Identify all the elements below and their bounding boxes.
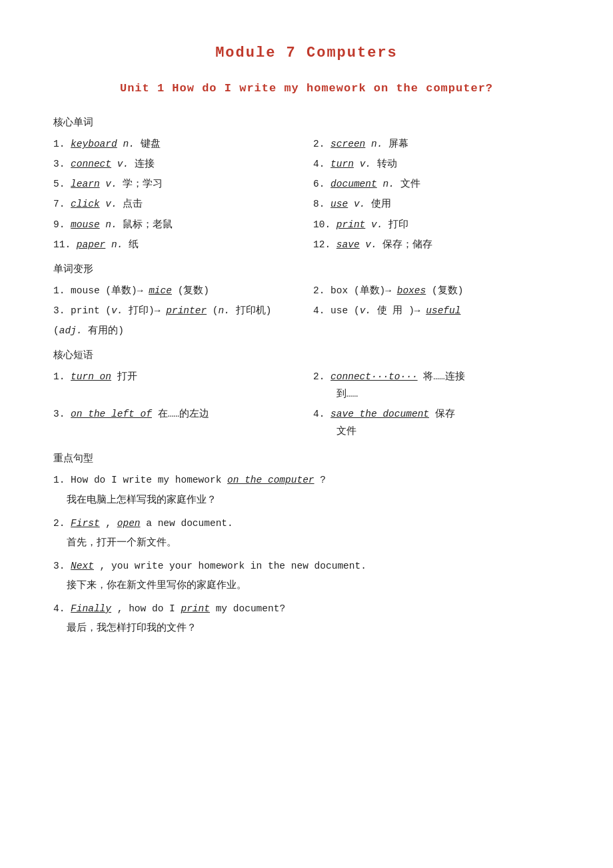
morph-item-2: 2. box (单数)→ boxes (复数) <box>313 282 560 299</box>
phrase-heading: 核心短语 <box>53 346 560 364</box>
phrase-item-4: 4. save the document 保存 文件 <box>313 405 560 440</box>
sentence-item-1: 1. How do I write my homework on the com… <box>53 471 560 489</box>
morph-item-1: 1. mouse (单数)→ mice (复数) <box>53 282 300 299</box>
vocab-item-8: 8. use v. 使用 <box>313 195 560 213</box>
vocab-item-11: 11. paper n. 纸 <box>53 236 300 253</box>
vocab-item-4: 4. turn v. 转动 <box>313 155 560 173</box>
vocab-item-6: 6. document n. 文件 <box>313 175 560 193</box>
vocab-item-3: 3. connect v. 连接 <box>53 155 300 173</box>
sentence-cn-4: 最后，我怎样打印我的文件？ <box>67 619 560 636</box>
morph-grid: 1. mouse (单数)→ mice (复数) 2. box (单数)→ bo… <box>53 282 560 319</box>
vocab-item-5: 5. learn v. 学；学习 <box>53 175 300 193</box>
sentence-item-2: 2. First , open a new document. <box>53 515 560 532</box>
morph-heading: 单词变形 <box>53 260 560 278</box>
phrase-grid: 1. turn on 打开 2. connect···to··· 将……连接 到… <box>53 368 560 440</box>
sentence-cn-3: 接下来，你在新文件里写你的家庭作业。 <box>67 576 560 593</box>
sentence-cn-1: 我在电脑上怎样写我的家庭作业？ <box>67 491 560 508</box>
vocab-item-9: 9. mouse n. 鼠标；老鼠 <box>53 216 300 233</box>
sentence-item-4: 4. Finally , how do I print my document? <box>53 600 560 617</box>
vocab-item-10: 10. print v. 打印 <box>313 216 560 233</box>
sentence-cn-2: 首先，打开一个新文件。 <box>67 533 560 551</box>
vocab-grid: 1. keyboard n. 键盘 2. screen n. 屏幕 3. con… <box>53 135 560 253</box>
sub-title: Unit 1 How do I write my homework on the… <box>53 79 560 99</box>
morph-extra: (adj. 有用的) <box>53 322 560 339</box>
morph-item-3: 3. print (v. 打印)→ printer (n. 打印机) <box>53 302 300 319</box>
morph-item-4: 4. use (v. 使 用 )→ useful <box>313 302 560 319</box>
vocab-item-12: 12. save v. 保存；储存 <box>313 236 560 253</box>
vocab-item-2: 2. screen n. 屏幕 <box>313 135 560 153</box>
phrase-item-2: 2. connect···to··· 将……连接 到…… <box>313 368 560 403</box>
vocab-item-7: 7. click v. 点击 <box>53 195 300 213</box>
phrase-item-1: 1. turn on 打开 <box>53 368 300 403</box>
main-title: Module 7 Computers <box>53 40 560 67</box>
vocab-item-1: 1. keyboard n. 键盘 <box>53 135 300 153</box>
phrase-item-3: 3. on the left of 在……的左边 <box>53 405 300 440</box>
sentence-heading: 重点句型 <box>53 449 560 467</box>
sentence-item-3: 3. Next , you write your homework in the… <box>53 557 560 575</box>
vocab-heading: 核心单词 <box>53 113 560 131</box>
